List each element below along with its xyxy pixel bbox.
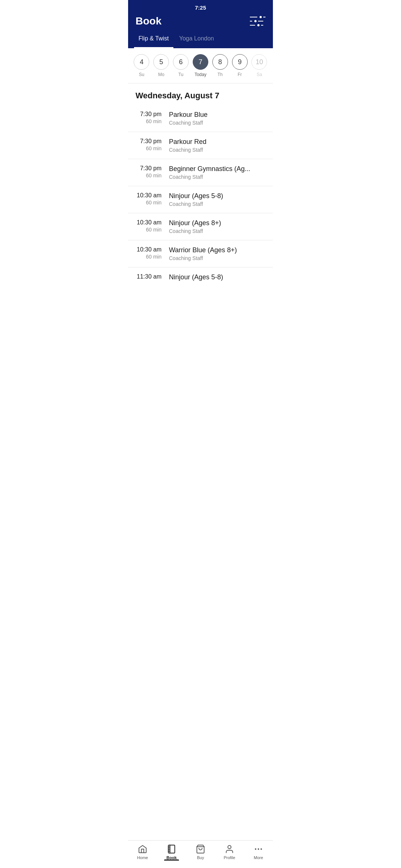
day-label-4: Su bbox=[139, 72, 144, 77]
calendar-strip: 4 Su 5 Mo 6 Tu 7 Today 8 Th 9 Fr 10 Sa bbox=[128, 48, 273, 83]
content-area: Wednesday, August 7 7:30 pm 60 min Parko… bbox=[128, 83, 273, 317]
page-title: Book bbox=[136, 15, 162, 27]
calendar-day-10[interactable]: 10 Sa bbox=[251, 54, 268, 77]
class-info-5: Warrior Blue (Ages 8+) Coaching Staff bbox=[169, 246, 265, 261]
class-item-6[interactable]: 11:30 am Ninjour (Ages 5-8) bbox=[128, 267, 273, 287]
class-time-2: 7:30 pm 60 min bbox=[136, 165, 169, 178]
class-info-2: Beginner Gymnastics (Ag... Coaching Staf… bbox=[169, 165, 265, 180]
calendar-day-5[interactable]: 5 Mo bbox=[153, 54, 170, 77]
class-time-0: 7:30 pm 60 min bbox=[136, 111, 169, 124]
filter-icon[interactable] bbox=[250, 16, 265, 26]
day-number-4: 4 bbox=[134, 54, 149, 70]
class-info-6: Ninjour (Ages 5-8) bbox=[169, 273, 265, 281]
class-info-4: Ninjour (Ages 8+) Coaching Staff bbox=[169, 219, 265, 234]
class-info-1: Parkour Red Coaching Staff bbox=[169, 138, 265, 153]
day-number-10: 10 bbox=[251, 54, 267, 70]
day-label-6: Tu bbox=[178, 72, 183, 77]
class-info-0: Parkour Blue Coaching Staff bbox=[169, 111, 265, 126]
class-time-1: 7:30 pm 60 min bbox=[136, 138, 169, 151]
class-item-5[interactable]: 10:30 am 60 min Warrior Blue (Ages 8+) C… bbox=[128, 240, 273, 267]
header: Book bbox=[128, 12, 273, 33]
day-label-8: Th bbox=[218, 72, 223, 77]
date-heading: Wednesday, August 7 bbox=[128, 83, 273, 105]
venue-tab-flip-twist[interactable]: Flip & Twist bbox=[134, 33, 173, 48]
class-item-0[interactable]: 7:30 pm 60 min Parkour Blue Coaching Sta… bbox=[128, 105, 273, 132]
class-item-2[interactable]: 7:30 pm 60 min Beginner Gymnastics (Ag..… bbox=[128, 159, 273, 186]
day-number-5: 5 bbox=[153, 54, 169, 70]
class-info-3: Ninjour (Ages 5-8) Coaching Staff bbox=[169, 192, 265, 207]
calendar-day-8[interactable]: 8 Th bbox=[212, 54, 229, 77]
class-item-4[interactable]: 10:30 am 60 min Ninjour (Ages 8+) Coachi… bbox=[128, 213, 273, 240]
day-label-7: Today bbox=[195, 72, 206, 77]
status-time: 7:25 bbox=[195, 4, 206, 11]
class-time-4: 10:30 am 60 min bbox=[136, 219, 169, 233]
calendar-day-6[interactable]: 6 Tu bbox=[172, 54, 189, 77]
day-number-6: 6 bbox=[173, 54, 189, 70]
day-number-7: 7 bbox=[193, 54, 208, 70]
day-label-5: Mo bbox=[158, 72, 164, 77]
calendar-day-7[interactable]: 7 Today bbox=[192, 54, 209, 77]
calendar-day-4[interactable]: 4 Su bbox=[133, 54, 150, 77]
class-time-3: 10:30 am 60 min bbox=[136, 192, 169, 206]
calendar-day-9[interactable]: 9 Fr bbox=[231, 54, 248, 77]
day-number-9: 9 bbox=[232, 54, 248, 70]
day-number-8: 8 bbox=[212, 54, 228, 70]
day-label-9: Fr bbox=[238, 72, 242, 77]
venue-tabs: Flip & Twist Yoga London bbox=[128, 33, 273, 48]
day-label-10: Sa bbox=[257, 72, 262, 77]
venue-tab-yoga-london[interactable]: Yoga London bbox=[175, 33, 219, 48]
class-list: 7:30 pm 60 min Parkour Blue Coaching Sta… bbox=[128, 105, 273, 287]
class-item-1[interactable]: 7:30 pm 60 min Parkour Red Coaching Staf… bbox=[128, 132, 273, 159]
class-time-6: 11:30 am bbox=[136, 273, 169, 280]
class-item-3[interactable]: 10:30 am 60 min Ninjour (Ages 5-8) Coach… bbox=[128, 186, 273, 213]
status-bar: 7:25 bbox=[128, 0, 273, 12]
class-time-5: 10:30 am 60 min bbox=[136, 246, 169, 260]
